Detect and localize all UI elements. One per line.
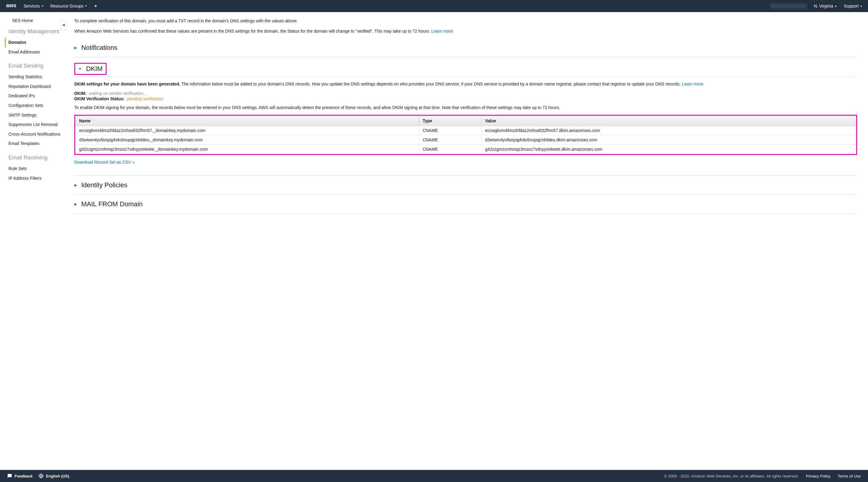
sidebar-item-email-addresses[interactable]: Email Addresses [8, 47, 63, 57]
sidebar-item-dedicated-ips[interactable]: Dedicated IPs [8, 91, 63, 101]
section-identity-policies: Identity Policies [74, 175, 857, 195]
main-content: To complete verification of this domain,… [63, 12, 868, 470]
section-dkim-header[interactable]: DKIM [78, 65, 103, 73]
cell-value: eccwgbvm46mzihfdaz2mhselt32fhm57.dkim.am… [482, 126, 856, 135]
section-dkim: DKIM DKIM settings for your domain have … [74, 57, 857, 170]
chevron-down-icon: ▾ [835, 4, 837, 8]
section-dkim-title: DKIM [86, 65, 103, 73]
cell-name: eccwgbvm46mzihfdaz2mhselt32fhm57._domain… [75, 126, 419, 135]
triangle-right-icon [74, 202, 77, 206]
pin-shortcut[interactable]: ✦ [94, 4, 98, 8]
footer: Feedback English (US) © 2008 - 2020, Ama… [0, 470, 868, 482]
cell-type: CNAME [419, 126, 482, 135]
table-header-row: Name Type Value [75, 116, 856, 126]
dkim-verification-status-row: DKIM Verification Status: pending verifi… [74, 96, 857, 101]
sidebar-item-cross-account[interactable]: Cross-Account Notifications [8, 130, 63, 139]
sidebar-item-suppression-list[interactable]: Suppression List Removal [8, 120, 63, 130]
cell-name: g42zzgmzcmhmqz3msoz7vdnyyot4eete._domain… [75, 144, 419, 154]
chevron-down-icon: ▾ [42, 4, 43, 7]
globe-icon [39, 474, 43, 478]
language-selector[interactable]: English (US) [39, 474, 69, 478]
sidebar-group-receiving: Email Receiving [8, 155, 63, 161]
section-mail-from-header[interactable]: MAIL FROM Domain [74, 200, 857, 208]
dkim-status-row: DKIM: waiting on sender verification... [74, 91, 857, 96]
support-menu[interactable]: Support ▾ [844, 4, 862, 8]
chevron-down-icon: ▾ [85, 4, 87, 7]
sidebar-ses-home[interactable]: SES Home [8, 18, 63, 28]
dkim-header-highlight: DKIM [74, 63, 106, 75]
top-nav: aws ⌣ Services ▾ Resource Groups ▾ ✦ N. … [0, 0, 868, 12]
section-notifications-title: Notifications [81, 44, 118, 52]
cell-name: d3wiwm4yvlbsiyqphdu5nupqjrz64deu._domain… [75, 135, 419, 144]
table-row: g42zzgmzcmhmqz3msoz7vdnyyot4eete._domain… [75, 144, 856, 154]
chevron-down-icon: ▾ [861, 4, 862, 8]
resource-groups-menu[interactable]: Resource Groups ▾ [51, 4, 87, 8]
sidebar: SES Home Identity Management Domains Ema… [0, 12, 63, 470]
sidebar-item-domains[interactable]: Domains [5, 38, 63, 47]
sidebar-group-sending: Email Sending [8, 63, 63, 69]
services-menu[interactable]: Services ▾ [24, 4, 43, 8]
triangle-down-icon [78, 67, 82, 71]
dkim-generated-text: DKIM settings for your domain have been … [74, 81, 857, 87]
cell-value: d3wiwm4yvlbsiyqphdu5nupqjrz64deu.dkim.am… [482, 135, 856, 144]
chat-icon [7, 474, 12, 478]
dkim-learn-more-link[interactable]: Learn more [682, 82, 704, 86]
sidebar-item-smtp-settings[interactable]: SMTP Settings [8, 110, 63, 120]
section-identity-policies-title: Identity Policies [81, 181, 127, 189]
dkim-records-table-highlight: Name Type Value eccwgbvm46mzihfdaz2mhsel… [74, 115, 857, 155]
col-name: Name [75, 116, 419, 126]
sidebar-collapse-toggle[interactable]: ◀ [60, 20, 66, 30]
section-notifications: Notifications [74, 38, 857, 57]
sidebar-item-rule-sets[interactable]: Rule Sets [8, 164, 63, 174]
table-row: eccwgbvm46mzihfdaz2mhselt32fhm57._domain… [75, 126, 856, 135]
sidebar-group-identity: Identity Management [8, 28, 63, 35]
verification-instruction-1: To complete verification of this domain,… [74, 18, 857, 24]
aws-smile-icon: ⌣ [9, 6, 13, 9]
download-csv-link[interactable]: Download Record Set as CSV ›› [74, 160, 135, 165]
dkim-records-table: Name Type Value eccwgbvm46mzihfdaz2mhsel… [75, 116, 856, 154]
verification-instruction-2: When Amazon Web Services has confirmed t… [74, 28, 857, 34]
aws-logo[interactable]: aws ⌣ [6, 3, 16, 9]
chevron-left-icon: ◀ [62, 23, 65, 27]
dkim-status-value: waiting on sender verification... [89, 91, 147, 96]
dkim-verification-status-value: pending verification [127, 96, 163, 101]
privacy-policy-link[interactable]: Privacy Policy [806, 474, 831, 478]
cell-type: CNAME [419, 144, 482, 154]
sidebar-item-configuration-sets[interactable]: Configuration Sets [8, 101, 63, 110]
triangle-right-icon [74, 45, 77, 50]
sidebar-item-reputation-dashboard[interactable]: Reputation Dashboard [8, 82, 63, 92]
col-type: Type [419, 116, 482, 126]
cell-type: CNAME [419, 135, 482, 144]
section-notifications-header[interactable]: Notifications [74, 44, 857, 52]
sidebar-item-email-templates[interactable]: Email Templates [8, 139, 63, 149]
section-mail-from-title: MAIL FROM Domain [81, 200, 143, 208]
pin-icon: ✦ [94, 4, 98, 8]
section-identity-policies-header[interactable]: Identity Policies [74, 181, 857, 189]
dkim-enable-text: To enable DKIM signing for your domain, … [74, 105, 857, 111]
feedback-link[interactable]: Feedback [7, 474, 33, 478]
sidebar-item-sending-statistics[interactable]: Sending Statistics [8, 72, 63, 82]
terms-of-use-link[interactable]: Terms of Use [837, 474, 861, 478]
region-menu[interactable]: N. Virginia ▾ [814, 4, 837, 8]
learn-more-link[interactable]: Learn more [431, 29, 453, 34]
col-value: Value [482, 116, 856, 126]
account-menu-blurred[interactable] [770, 3, 807, 9]
sidebar-item-ip-filters[interactable]: IP Address Filters [8, 174, 63, 183]
triangle-right-icon [74, 183, 77, 187]
table-row: d3wiwm4yvlbsiyqphdu5nupqjrz64deu._domain… [75, 135, 856, 144]
copyright-text: © 2008 - 2020, Amazon Web Services, Inc.… [664, 474, 799, 478]
section-mail-from: MAIL FROM Domain [74, 195, 857, 214]
cell-value: g42zzgmzcmhmqz3msoz7vdnyyot4eete.dkim.am… [482, 144, 856, 154]
